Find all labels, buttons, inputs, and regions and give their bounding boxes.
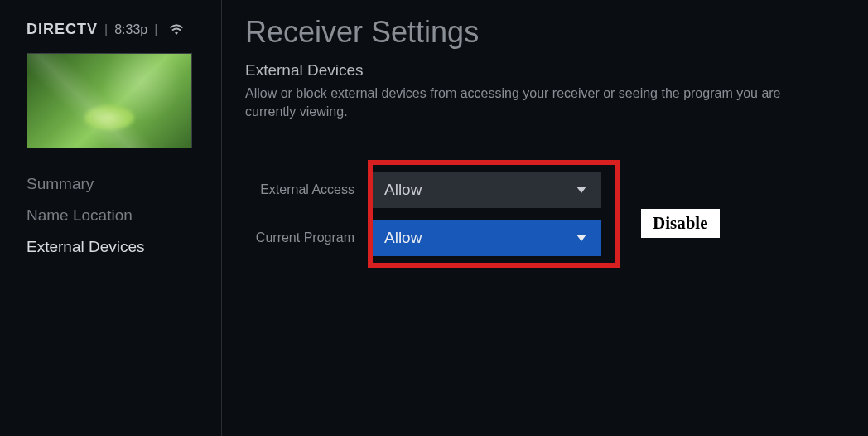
section-subtitle: External Devices [245,61,843,80]
divider: | [104,22,108,37]
setting-row-current-program: Current Program Allow [245,220,843,256]
sidebar-item-external-devices[interactable]: External Devices [27,231,206,263]
clock-time: 8:33p [114,22,147,37]
preview-image [27,53,192,148]
sidebar-item-name-location[interactable]: Name Location [27,200,206,231]
header: DIRECTV | 8:33p | [27,21,206,38]
setting-row-external-access: External Access Allow [245,172,843,208]
current-program-value: Allow [384,229,422,247]
settings-area: External Access Allow Current Program Al… [245,172,843,256]
current-program-dropdown[interactable]: Allow [369,220,601,256]
external-access-value: Allow [384,181,422,199]
annotation-callout: Disable [641,209,720,238]
external-access-dropdown[interactable]: Allow [369,172,601,208]
page-title: Receiver Settings [245,15,843,50]
sidebar-item-summary[interactable]: Summary [27,168,206,200]
sidebar: DIRECTV | 8:33p | Summary Name Location … [0,0,222,436]
chevron-down-icon [576,235,586,241]
wifi-icon [169,24,184,36]
current-program-label: Current Program [245,230,369,245]
chevron-down-icon [576,187,586,193]
external-access-label: External Access [245,182,369,197]
divider: | [154,22,157,37]
brand-logo: DIRECTV [27,21,98,38]
section-description: Allow or block external devices from acc… [245,85,808,122]
main-content: Receiver Settings External Devices Allow… [222,0,868,436]
